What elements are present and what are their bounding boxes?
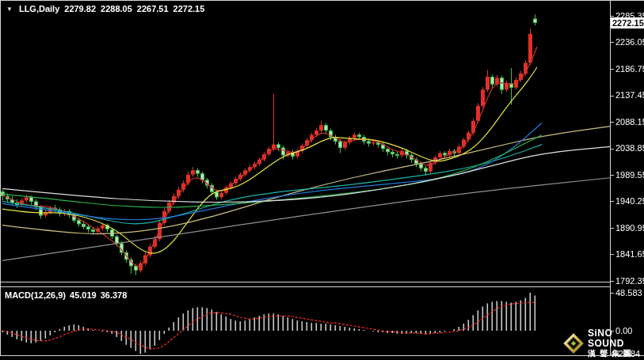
macd-tick-label: 48.583 — [615, 288, 642, 297]
axis-separator-line — [610, 0, 611, 356]
candlestick-chart-canvas[interactable] — [0, 0, 644, 360]
border-left — [0, 0, 1, 356]
macd-value-main: 45.019 — [70, 290, 97, 300]
logo-brand-en: SiNO SOUND — [588, 328, 644, 349]
quote-high: 2288.05 — [101, 4, 132, 13]
border-top — [0, 0, 644, 1]
border-bottom — [0, 355, 644, 356]
brand-logo: SiNO SOUND 漢聲集團 — [562, 328, 644, 358]
main-panel-bottom-border — [0, 282, 610, 282]
macd-value-signal: 36.378 — [101, 290, 128, 300]
macd-axis: 48.5830.00-29.84 — [612, 0, 644, 360]
macd-indicator-label: MACD(12,26,9)45.01936.378 — [5, 290, 131, 300]
macd-panel-top-border — [0, 286, 610, 287]
trading-chart-window: ▼ LLG,Daily 2279.82 2288.05 2267.51 2272… — [0, 0, 644, 360]
macd-name: MACD(12,26,9) — [5, 290, 66, 300]
quote-low: 2267.51 — [137, 4, 169, 13]
symbol-label: LLG,Daily — [19, 4, 59, 13]
symbol-quote-bar: ▼ LLG,Daily 2279.82 2288.05 2267.51 2272… — [6, 4, 204, 13]
symbol-dropdown-icon[interactable]: ▼ — [6, 6, 13, 13]
quote-open: 2279.82 — [64, 4, 96, 13]
logo-brand-cn: 漢聲集團 — [588, 349, 644, 358]
quote-close: 2272.15 — [173, 4, 205, 13]
logo-diamond-icon — [562, 331, 585, 356]
